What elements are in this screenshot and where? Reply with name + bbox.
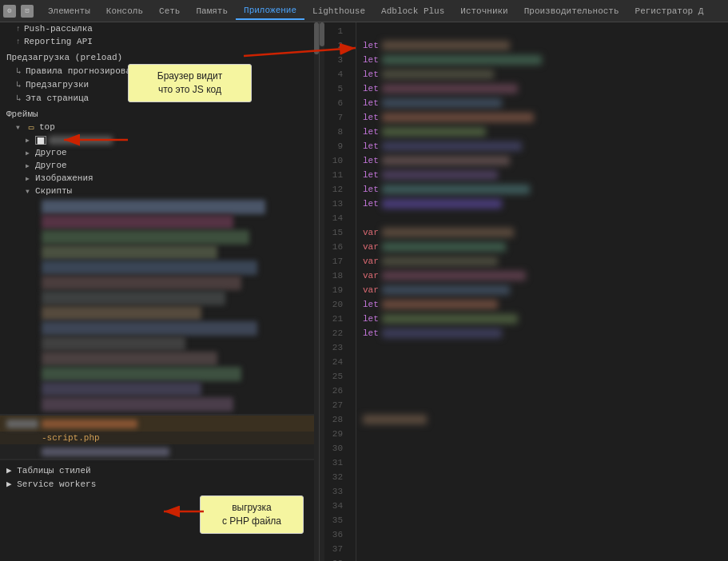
php-annotation-text: выгрузкас PHP файла xyxy=(222,502,281,527)
sidebar-item-scripts[interactable]: Скрипты xyxy=(0,185,319,197)
preload-section-label: Предзагрузка (preload) xyxy=(0,48,319,64)
code-line: let xyxy=(363,168,722,182)
sidebar-item-script-php[interactable]: -script.php xyxy=(0,432,319,444)
arrow-right-iframe xyxy=(26,135,34,145)
tab-memory[interactable]: Память xyxy=(188,3,236,19)
tab-performance[interactable]: Производительность xyxy=(516,3,627,19)
folder-icon-top: ▭ xyxy=(26,123,37,132)
code-line: let xyxy=(363,53,722,67)
arrow-icon-rules: ↳ xyxy=(16,66,24,76)
code-line xyxy=(363,412,722,427)
arrow-down-scripts xyxy=(26,186,34,196)
code-line xyxy=(363,470,722,484)
line-numbers: 1234567891011121314151617181920212223242… xyxy=(324,22,356,561)
sidebar-item-top[interactable]: ▭ top xyxy=(0,121,319,133)
sidebar-item-style-tables[interactable]: ▶ Таблицы стилей xyxy=(0,464,319,477)
bottom-rows: ▶ Таблицы стилей ▶ Service workers xyxy=(0,464,319,491)
code-panel: 1234567891011121314151617181920212223242… xyxy=(320,22,728,561)
sidebar-item-iframe[interactable]: ⬜ xyxy=(0,133,319,146)
devtools-icons: ⚙ ⊡ xyxy=(3,5,34,18)
service-workers-label: ▶ Service workers xyxy=(6,479,96,489)
code-line: let xyxy=(363,312,722,326)
code-line xyxy=(363,427,722,441)
arrow-right-other2 xyxy=(26,161,34,170)
blurred-script-row-top xyxy=(0,416,319,432)
tab-network[interactable]: Сеть xyxy=(151,3,188,19)
code-line xyxy=(363,211,722,225)
code-line: let xyxy=(363,182,722,197)
arrow-right-images xyxy=(26,173,34,183)
tab-application[interactable]: Приложение xyxy=(236,2,304,20)
sidebar-item-other-1[interactable]: Другое xyxy=(0,146,319,159)
code-line: let xyxy=(363,67,722,82)
tab-recorder[interactable]: Регистратор Д xyxy=(627,3,712,19)
browser-annotation-text: Браузер видитчто это JS код xyxy=(157,70,222,95)
this-page-label: Эта страница xyxy=(26,94,89,103)
sidebar-scrollbar-thumb[interactable] xyxy=(314,22,319,54)
code-line xyxy=(363,556,722,561)
scripts-label: Скрипты xyxy=(35,186,72,196)
sidebar-item-service-workers[interactable]: ▶ Service workers xyxy=(0,477,319,491)
reporting-label: Reporting API xyxy=(24,37,93,46)
tab-lighthouse[interactable]: Lighthouse xyxy=(304,3,373,19)
images-label: Изображения xyxy=(35,173,93,183)
main-layout: ↑ Push-рассылка ↑ Reporting API Предзагр… xyxy=(0,22,728,561)
php-annotation-box: выгрузкас PHP файла xyxy=(200,495,304,534)
sidebar-scrollbar-track xyxy=(314,22,319,561)
sidebar-item-images[interactable]: Изображения xyxy=(0,172,319,185)
push-icon: ↑ xyxy=(16,25,21,34)
code-line xyxy=(363,527,722,542)
script-php-section: -script.php xyxy=(0,414,319,460)
blurred-mid xyxy=(42,420,137,428)
code-line: var xyxy=(363,240,722,254)
arrow-icon-this-page: ↳ xyxy=(16,93,24,103)
code-line xyxy=(363,542,722,556)
code-line: let xyxy=(363,139,722,153)
tab-sources[interactable]: Источники xyxy=(452,3,515,19)
sidebar-item-reporting[interactable]: ↑ Reporting API xyxy=(0,35,319,48)
style-tables-label: ▶ Таблицы стилей xyxy=(6,465,91,475)
iframe-blurred-label xyxy=(49,136,113,145)
code-line xyxy=(363,24,722,38)
code-line: let xyxy=(363,326,722,340)
code-line: var xyxy=(363,269,722,283)
other2-label: Другое xyxy=(35,161,67,170)
code-line: var xyxy=(363,283,722,297)
blurred-scripts-area xyxy=(0,197,319,414)
code-line: let xyxy=(363,125,722,139)
code-line: let xyxy=(363,297,722,312)
blurred-top xyxy=(6,420,38,428)
arrow-right-other1 xyxy=(26,148,34,157)
blurred-bottom xyxy=(42,448,169,456)
code-line: let xyxy=(363,110,722,125)
push-label: Push-рассылка xyxy=(24,24,93,34)
top-label: top xyxy=(39,122,55,132)
preloads-label: Предзагрузки xyxy=(26,80,89,90)
code-line: var xyxy=(363,254,722,269)
code-content: letletletletletletletletletletletletvarv… xyxy=(356,22,728,561)
devtools-icon-1[interactable]: ⚙ xyxy=(3,5,16,18)
code-line: let xyxy=(363,96,722,110)
code-line xyxy=(363,384,722,398)
code-line: let xyxy=(363,197,722,211)
arrow-icon-preloads: ↳ xyxy=(16,79,24,90)
tab-console[interactable]: Консоль xyxy=(98,3,151,19)
code-line xyxy=(363,456,722,470)
code-line xyxy=(363,513,722,527)
code-line xyxy=(363,355,722,369)
sidebar-item-other-2[interactable]: Другое xyxy=(0,159,319,172)
code-line: let xyxy=(363,82,722,96)
code-line xyxy=(363,340,722,355)
code-line xyxy=(363,499,722,513)
tab-bar: ⚙ ⊡ Элементы Консоль Сеть Память Приложе… xyxy=(0,0,728,22)
script-php-label: -script.php xyxy=(42,433,100,443)
frames-section-label: Фреймы xyxy=(0,105,319,121)
code-line: let xyxy=(363,38,722,53)
sidebar-item-push[interactable]: ↑ Push-рассылка xyxy=(0,22,319,35)
code-line: var xyxy=(363,225,722,240)
code-line xyxy=(363,398,722,412)
tab-elements[interactable]: Элементы xyxy=(40,3,98,19)
devtools-icon-2[interactable]: ⊡ xyxy=(21,5,34,18)
browser-annotation-box: Браузер видитчто это JS код xyxy=(128,64,252,102)
tab-adblock[interactable]: Adblock Plus xyxy=(373,3,452,19)
